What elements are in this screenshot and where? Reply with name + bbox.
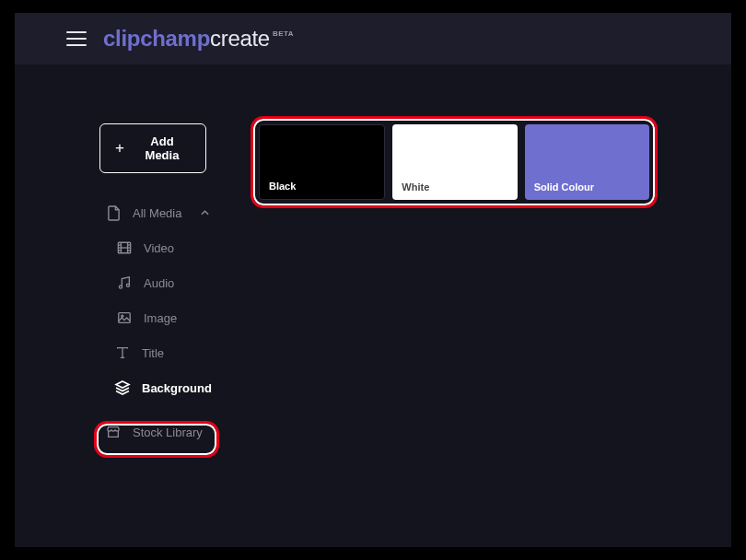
sidebar-item-video[interactable]: Video xyxy=(99,230,243,265)
tile-label: Solid Colour xyxy=(534,181,594,192)
backgrounds-highlight: Black White Solid Colour xyxy=(251,116,658,208)
nav-label: Image xyxy=(144,311,177,325)
image-icon xyxy=(116,309,133,326)
nav-label: Background xyxy=(142,381,212,395)
background-tile-black[interactable]: Black xyxy=(259,124,385,200)
app-window: clipchampcreate BETA + Add Media All Med… xyxy=(15,13,731,547)
background-tile-white[interactable]: White xyxy=(392,124,517,200)
tile-label: White xyxy=(402,181,429,192)
sidebar: + Add Media All Media xyxy=(15,64,243,547)
store-icon xyxy=(105,424,122,440)
beta-badge: BETA xyxy=(273,29,294,38)
sidebar-item-image[interactable]: Image xyxy=(99,300,243,335)
nav-label: Audio xyxy=(144,276,174,290)
sidebar-item-stock-library[interactable]: Stock Library xyxy=(98,414,243,449)
app-logo: clipchampcreate BETA xyxy=(103,26,294,52)
text-icon xyxy=(114,344,131,361)
sidebar-item-all-media[interactable]: All Media xyxy=(98,195,243,230)
svg-rect-10 xyxy=(119,313,130,323)
app-header: clipchampcreate BETA xyxy=(15,13,731,64)
sidebar-item-title[interactable]: Title xyxy=(98,335,243,370)
nav-label: All Media xyxy=(133,206,181,220)
film-icon xyxy=(116,239,133,256)
background-tile-solid-colour[interactable]: Solid Colour xyxy=(525,124,649,200)
layers-icon xyxy=(114,379,131,396)
menu-icon[interactable] xyxy=(66,31,87,46)
svg-point-11 xyxy=(122,315,123,317)
content-panel: Black White Solid Colour xyxy=(243,64,731,547)
chevron-up-icon xyxy=(196,204,213,221)
svg-point-9 xyxy=(126,284,129,286)
add-media-button[interactable]: + Add Media xyxy=(99,123,206,173)
app-body: + Add Media All Media xyxy=(15,64,731,547)
document-icon xyxy=(105,204,122,221)
tile-label: Black xyxy=(269,181,296,192)
svg-point-8 xyxy=(119,286,122,288)
sidebar-item-background[interactable]: Background xyxy=(98,370,243,405)
nav-label: Stock Library xyxy=(133,426,203,439)
music-icon xyxy=(116,274,133,291)
logo-product: create xyxy=(210,26,270,52)
add-media-label: Add Media xyxy=(134,134,191,162)
logo-brand: clipchamp xyxy=(103,26,210,52)
sidebar-item-audio[interactable]: Audio xyxy=(99,265,243,300)
nav-label: Video xyxy=(144,241,174,255)
nav-label: Title xyxy=(142,346,164,360)
